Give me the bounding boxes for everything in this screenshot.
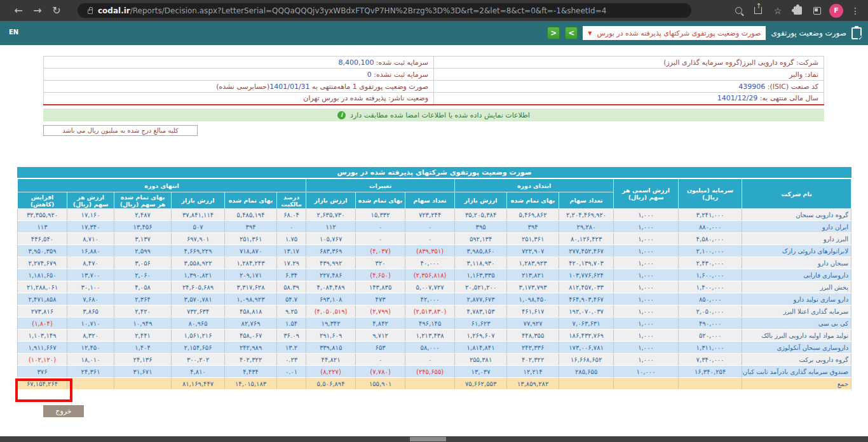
value-cell: ۳,۹۸۵,۸۶۰ — [455, 245, 507, 257]
value-cell: ۵۲۰,۰۰۰ — [679, 330, 742, 342]
horizontal-scrollbar[interactable] — [0, 436, 868, 442]
company-info-cell: سرمایه ثبت نشده: 0 — [44, 69, 434, 81]
value-cell: ۱۰۵,۷۶۷ — [306, 233, 356, 245]
value-cell: ۴۷۳ — [356, 293, 405, 305]
value-cell: ۳۳۹,۸۱۵ — [306, 342, 356, 354]
value-cell: ۵۸,۰۰۰ — [405, 342, 455, 354]
value-cell: ۱,۸۱۴,۸۴۱ — [455, 342, 507, 354]
company-info-cell: کد صنعت (ISIC): 439906 — [434, 81, 824, 93]
prev-report-button[interactable]: < — [565, 27, 578, 39]
value-cell: ۱,۰۰۰ — [614, 330, 679, 342]
value-cell: ۱,۰۰۰ — [614, 305, 679, 318]
value-cell: ۳,۸۶۵ — [67, 305, 114, 318]
portfolio-table: صورت وضعیت پورتفوی شرکتهای پذیرفته شده د… — [17, 167, 851, 390]
scrollbar-thumb[interactable] — [410, 437, 446, 441]
value-cell: ۱,۲۶۹,۶۰۷ — [455, 330, 507, 342]
value-cell — [67, 378, 114, 390]
reload-icon[interactable]: ↻ — [47, 4, 66, 17]
company-info-table: شرکت: گروه دارویی البرز(گروه سرمایه گذار… — [43, 56, 824, 105]
value-cell: ۳,۲۴۱,۰۰۰ — [679, 209, 742, 221]
value-cell: ۲۴,۳۶۱ — [67, 366, 114, 378]
value-cell: ۱,۰۰۰ — [614, 209, 679, 221]
value-cell: ۲,۶۳۵,۷۳۰ — [306, 209, 356, 221]
exit-button[interactable]: خروج — [43, 405, 84, 417]
col-chg-shares: تعداد سهام — [405, 192, 455, 209]
value-cell: ۱۳.۱۷ — [277, 245, 306, 257]
table-row: داروسازی فارابی۱,۶۰۰,۰۰۰۱,۰۰۰۱۰۳,۷۷۶,۶۲۴… — [18, 269, 851, 281]
company-name-cell: صندوق سرمایه گذاری بادرآمد ثابت کیان(ETF… — [742, 366, 851, 378]
value-cell: ۲۵۵,۳۸۱ — [455, 354, 507, 366]
value-cell: ۷۳۲,۶۳۴ — [172, 305, 225, 318]
value-cell: ۴۰,۰۰۰ — [405, 257, 455, 269]
value-cell: ۱۱۲ — [306, 221, 356, 233]
company-name-cell: گروه دارویی سبحان — [742, 209, 851, 221]
value-cell: ۴۴۶,۵۴۰ — [18, 233, 67, 245]
value-cell: ۸۱,۱۶۹,۴۴۷ — [172, 378, 225, 390]
value-cell: ۱,۶۰۰,۰۰۰ — [679, 269, 742, 281]
address-bar[interactable]: codal.ir/Reports/Decision.aspx?LetterSer… — [78, 3, 691, 18]
value-cell: ۳۶.۰۹ — [277, 330, 306, 342]
col-ownership-pct: درصد مالکیت — [277, 192, 306, 209]
bookmark-star-icon[interactable]: ☆ — [770, 3, 785, 18]
col-value-per-share: ارزش هر سهم (ریال) — [67, 192, 114, 209]
value-cell: ۲۴,۱۳۶ — [114, 354, 172, 366]
value-cell: ۴۴,۸۲۱ — [306, 354, 356, 366]
report-dropdown[interactable]: صورت وضعیت پورتفوی شرکتهای پذیرفته شده د… — [583, 26, 766, 40]
value-cell: ۴,۷۸۳,۱۵۳ — [455, 305, 507, 318]
value-cell: ۱۷۳,۰۰۶,۷۸۱ — [559, 342, 614, 354]
share-icon[interactable] — [750, 3, 766, 18]
company-name-cell: تولید مواد اولیه دارویی البرز بالک — [742, 330, 851, 342]
value-cell: ۴,۸۱۰ — [172, 366, 225, 378]
next-report-button[interactable]: > — [547, 27, 560, 39]
value-cell — [614, 378, 679, 390]
extensions-icon[interactable] — [790, 3, 805, 18]
value-cell: ۱,۰۰۰ — [614, 342, 679, 354]
table-row: داروسازی سبحان آنکولوژی۱,۳۱۱,۰۰۰۱,۰۰۰۱۷۳… — [18, 342, 851, 354]
forward-icon[interactable]: → — [28, 4, 47, 17]
value-cell: (۲,۵۱۳,۸۳۰) — [405, 305, 455, 318]
value-cell: ۲۴,۶۰۵,۶۸۹ — [172, 281, 225, 293]
menu-kebab-icon[interactable]: ⋮ — [848, 3, 863, 18]
value-cell: ۱,۰۰۰ — [614, 269, 679, 281]
value-cell: ۶۱,۶۲۳ — [455, 318, 507, 330]
value-cell: ۱۸,۰۱۰ — [67, 354, 114, 366]
value-cell: ۳,۱۱۸,۹۳۰ — [455, 257, 507, 269]
value-cell: ۱۴,۰۱۵,۱۸۳ — [225, 378, 277, 390]
value-cell: ۱۲,۴۵۰ — [67, 342, 114, 354]
back-icon[interactable]: ← — [9, 4, 28, 17]
value-cell: ۱,۳۱۱,۰۰۰ — [679, 342, 742, 354]
value-cell: ۴۳۹,۹۹۲ — [306, 257, 356, 269]
signature-match-banner: i اطلاعات نمایش داده شده با اطلاعات امضا… — [43, 109, 824, 121]
value-cell: ۵,۵۰۶,۸۹۴ — [306, 378, 356, 390]
value-cell: ۲,۱۰۰,۰۰۰ — [679, 245, 742, 257]
company-info-cell: وضعیت ناشر: پذیرفته شده در بورس تهران — [44, 93, 434, 105]
language-toggle-en[interactable]: EN — [9, 29, 18, 36]
value-cell: ۲,۸۷۷,۶۷۳ — [455, 293, 507, 305]
value-cell: ۳۷,۸۴۱,۱۱۴ — [172, 209, 225, 221]
value-cell: ۲۹۱,۶۰۹ — [306, 330, 356, 342]
value-cell: ۴۲,۰۰۰ — [405, 293, 455, 305]
company-info-body: شرکت: گروه دارویی البرز(گروه سرمایه گذار… — [44, 57, 824, 105]
value-cell: ۷۷,۹۲۷ — [507, 318, 559, 330]
tab-groups-icon[interactable] — [810, 3, 825, 18]
company-info-cell: سرمایه ثبت شده: 8,400,100 — [44, 57, 434, 69]
value-cell: ۱۶,۳۴۰,۲۵۴ — [679, 366, 742, 378]
lock-icon — [88, 10, 93, 14]
value-cell: (۲,۷۹۹) — [356, 305, 405, 318]
value-cell: ۱۹۲,۰۷۰,۰۳۷ — [559, 305, 614, 318]
value-cell: ۲,۰۵۰,۰۰۰ — [679, 305, 742, 318]
report-dropdown-value: صورت وضعیت پورتفوی شرکتهای پذیرفته شده د… — [597, 29, 761, 37]
company-name-cell: دارو سازی تولید دارو — [742, 293, 851, 305]
value-cell: ۰ — [277, 221, 306, 233]
value-cell: ۳,۰۵۶ — [114, 257, 172, 269]
group-period-start: ابتدای دوره — [455, 179, 614, 192]
profile-avatar[interactable]: F — [829, 4, 843, 18]
value-cell: ۸۰,۱۲۶,۴۲۳ — [559, 233, 614, 245]
company-info-row: کد صنعت (ISIC): 439906صورت وضعیت پورتفوی… — [44, 81, 824, 93]
zoom-icon[interactable] — [731, 3, 746, 18]
browser-actions: ☆ F ⋮ — [731, 0, 868, 21]
company-name-cell: البرز دارو — [742, 233, 851, 245]
value-cell: ۱,۰۰۰ — [614, 354, 679, 366]
value-cell: ۱,۰۹۸,۹۲۳ — [225, 293, 277, 305]
value-cell: ۸۱۲,۴۵۷,۰۳۳ — [559, 281, 614, 293]
